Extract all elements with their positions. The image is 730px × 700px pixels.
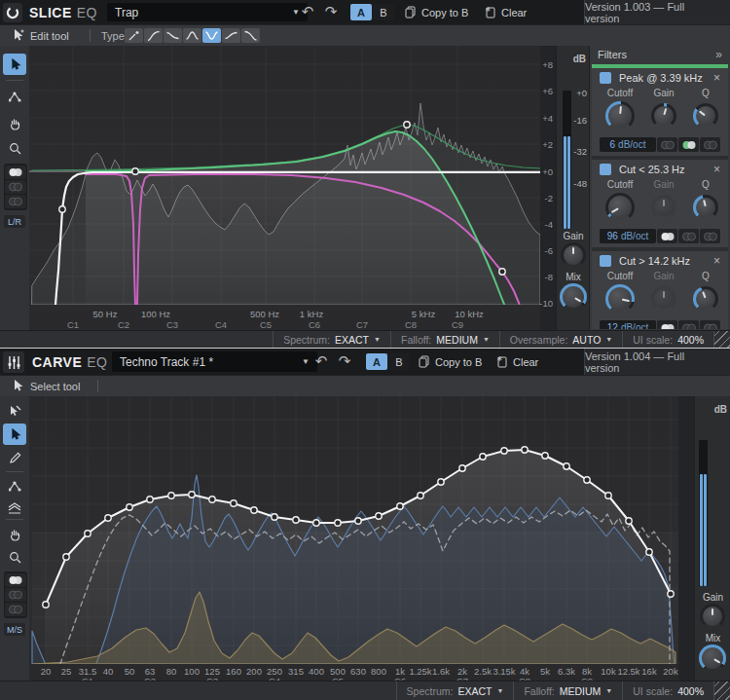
filter-type-highcut-button[interactable] <box>241 28 260 43</box>
collapse-panel-icon[interactable]: » <box>715 48 722 61</box>
slope-dropdown[interactable]: 96dB/oct <box>600 229 656 243</box>
resize-grip[interactable] <box>713 331 730 348</box>
channel-mid-toggle[interactable] <box>5 588 26 602</box>
pencil-tool-button[interactable] <box>3 447 26 468</box>
slice-preset-dropdown[interactable]: Trap ▼ <box>107 3 308 21</box>
channel-side-toggle[interactable] <box>700 137 720 152</box>
eq-node[interactable] <box>564 463 569 469</box>
falloff-dropdown[interactable]: Falloff:MEDIUM▼ <box>390 331 499 348</box>
slice-eq-graph[interactable]: 50 Hz100 Hz500 Hz1 kHz5 kHz10 kHz C1C2C3… <box>29 46 540 331</box>
eq-node[interactable] <box>542 453 548 459</box>
eq-node[interactable] <box>501 448 507 454</box>
filter-type-lowcut-button[interactable] <box>144 28 163 43</box>
falloff-dropdown[interactable]: Falloff:MEDIUM▼ <box>513 682 622 700</box>
eq-node[interactable] <box>209 497 215 502</box>
eq-node[interactable] <box>626 518 632 524</box>
q-knob[interactable] <box>693 195 718 220</box>
carve-preset-dropdown[interactable]: Techno Track #1 * ▼ <box>112 351 317 372</box>
q-knob[interactable] <box>693 286 718 312</box>
eq-node[interactable] <box>231 500 237 506</box>
sketch-tool-button[interactable] <box>3 475 26 497</box>
eq-node[interactable] <box>605 493 611 498</box>
filter-enable-checkbox[interactable] <box>600 72 611 84</box>
pointer-tool-button[interactable] <box>3 424 26 445</box>
slice-tool-button[interactable] <box>3 400 26 422</box>
slope-dropdown[interactable]: 12dB/oct <box>600 320 656 329</box>
channel-both-toggle[interactable] <box>5 573 26 587</box>
filter-type-peak-button[interactable] <box>183 28 201 43</box>
eq-node[interactable] <box>43 602 49 608</box>
eq-node[interactable] <box>105 515 111 521</box>
slope-dropdown[interactable]: 6dB/oct <box>600 137 656 152</box>
filter-type-notch-button[interactable] <box>202 28 221 43</box>
eq-node[interactable] <box>404 122 410 128</box>
clear-button[interactable]: ∗ Clear <box>496 349 538 375</box>
channel-right-toggle[interactable] <box>5 195 26 208</box>
eq-node[interactable] <box>251 507 257 513</box>
oversample-dropdown[interactable]: Oversample:AUTO▼ <box>499 331 622 348</box>
ab-toggle-b[interactable]: B <box>373 4 394 20</box>
eq-node[interactable] <box>499 269 505 275</box>
close-icon[interactable]: × <box>713 254 720 268</box>
mix-knob[interactable] <box>699 645 726 672</box>
cutoff-knob[interactable] <box>605 101 635 130</box>
channel-left-toggle[interactable] <box>5 180 26 194</box>
channel-mid-toggle[interactable] <box>678 229 699 243</box>
channel-side-toggle[interactable] <box>700 320 720 329</box>
channel-mid-toggle[interactable] <box>678 137 699 152</box>
redo-button[interactable]: ↷ <box>335 351 354 371</box>
ab-toggle-b[interactable]: B <box>388 353 410 370</box>
hand-tool-button[interactable] <box>3 113 26 134</box>
channel-mode-button[interactable]: M/S <box>4 623 25 636</box>
filter-enable-checkbox[interactable] <box>600 255 611 267</box>
spectrum-dropdown[interactable]: Spectrum:EXACT▼ <box>273 331 390 348</box>
hand-tool-button[interactable] <box>3 524 26 545</box>
multi-curve-tool-button[interactable] <box>3 497 26 519</box>
undo-button[interactable]: ↶ <box>311 351 331 371</box>
cutoff-knob[interactable] <box>605 193 635 222</box>
gain-knob[interactable] <box>651 103 676 129</box>
filter-type-highshelf-cut-button[interactable] <box>164 28 182 43</box>
eq-node[interactable] <box>272 514 277 520</box>
output-gain-knob[interactable] <box>700 604 725 629</box>
eq-node[interactable] <box>293 517 299 523</box>
eq-node[interactable] <box>668 591 674 597</box>
eq-node[interactable] <box>376 513 382 519</box>
sketch-tool-button[interactable] <box>3 86 26 107</box>
undo-button[interactable]: ↶ <box>298 2 317 21</box>
eq-node[interactable] <box>168 493 174 498</box>
channel-both-toggle[interactable] <box>657 320 677 329</box>
eq-node[interactable] <box>646 549 652 555</box>
eq-node[interactable] <box>459 465 465 471</box>
eq-node[interactable] <box>418 493 423 498</box>
q-knob[interactable] <box>693 103 718 129</box>
eq-node[interactable] <box>85 531 91 536</box>
close-icon[interactable]: × <box>713 163 720 176</box>
channel-mid-toggle[interactable] <box>678 320 699 329</box>
channel-side-toggle[interactable] <box>700 229 720 243</box>
pointer-tool-button[interactable] <box>3 54 26 75</box>
eq-node[interactable] <box>313 520 319 526</box>
zoom-tool-button[interactable] <box>3 546 26 568</box>
eq-node[interactable] <box>584 477 590 483</box>
channel-side-toggle[interactable] <box>5 603 26 616</box>
mix-knob[interactable] <box>560 283 587 311</box>
eq-node[interactable] <box>522 447 528 453</box>
ab-toggle-a[interactable]: A <box>366 353 387 370</box>
ab-toggle-a[interactable]: A <box>350 4 372 20</box>
filter-type-auto-button[interactable] <box>125 28 143 43</box>
eq-node[interactable] <box>335 520 341 526</box>
zoom-tool-button[interactable] <box>3 137 26 159</box>
eq-node[interactable] <box>355 518 361 524</box>
gain-knob[interactable] <box>651 195 676 220</box>
filter-type-lowshelf-button[interactable] <box>222 28 240 43</box>
eq-node[interactable] <box>59 206 65 212</box>
eq-node[interactable] <box>127 504 132 510</box>
copy-to-b-button[interactable]: Copy to B <box>405 0 468 24</box>
eq-node[interactable] <box>189 492 195 497</box>
eq-node[interactable] <box>438 479 444 485</box>
close-icon[interactable]: × <box>713 71 720 85</box>
clear-button[interactable]: ∗ Clear <box>485 0 527 24</box>
gain-knob[interactable] <box>651 286 676 312</box>
cutoff-knob[interactable] <box>605 284 635 313</box>
